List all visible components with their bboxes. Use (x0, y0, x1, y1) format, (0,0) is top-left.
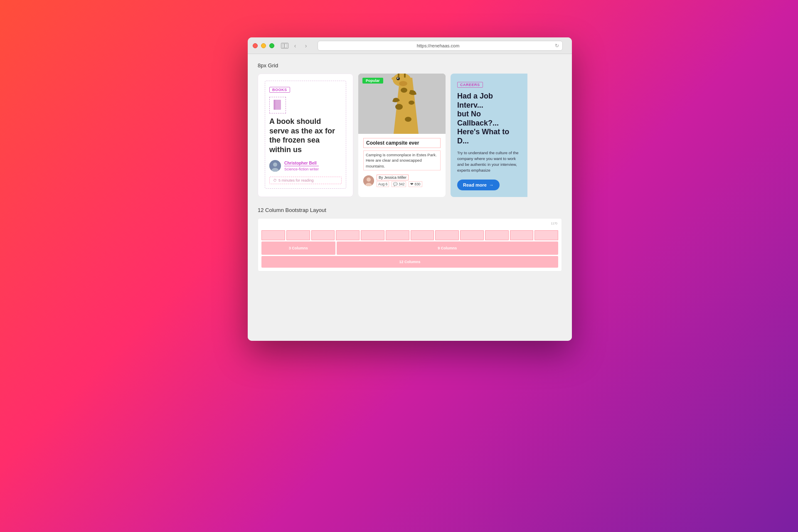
grid-3col-label: 3 Columns (261, 241, 335, 255)
reading-time: ⏱ 5 minutes for reading (269, 177, 342, 184)
careers-title: Had a Job Interv...but No Callback?...He… (457, 92, 521, 146)
camping-title-box: Coolest campsite ever (363, 138, 441, 148)
camping-stats: Aug 6 💬 342 ❤ 830 (377, 181, 422, 187)
comments-count: 342 (399, 182, 404, 186)
read-more-arrow: → (489, 182, 494, 187)
svg-point-16 (392, 77, 397, 80)
close-button[interactable] (253, 43, 258, 48)
read-more-button[interactable]: Read more → (457, 180, 500, 190)
cards-row: BOOKS A book should serve as the ax for … (258, 74, 562, 197)
camping-avatar (363, 175, 374, 186)
careers-tag: CAREERS (457, 82, 483, 88)
browser-controls: ‹ › (281, 42, 310, 50)
grid-col-5 (361, 230, 384, 240)
forward-button[interactable]: › (302, 42, 310, 50)
window-icon (281, 43, 288, 49)
svg-point-10 (401, 88, 407, 93)
book-icon-placeholder (269, 97, 286, 113)
card-careers: CAREERS Had a Job Interv...but No Callba… (451, 74, 527, 197)
browser-content: 8px Grid BOOKS A book should serve as th… (248, 54, 572, 341)
browser-titlebar: ‹ › https://renehaas.com ↻ (248, 37, 572, 54)
svg-rect-0 (282, 44, 284, 48)
camping-description: Camping is commonplace in Estes Park. He… (363, 150, 441, 170)
fullscreen-button[interactable] (269, 43, 274, 48)
card-camping: Popular Coolest campsite ever Camping is… (358, 74, 446, 197)
camping-author-name: By Jessica Miller (377, 175, 409, 180)
grid-12col-label: 12 Columns (261, 256, 558, 268)
svg-rect-22 (404, 74, 406, 78)
popular-badge: Popular (362, 78, 383, 84)
book-title: A book should serve as the ax for the fr… (269, 117, 342, 154)
camping-author-row: By Jessica Miller Aug 6 💬 342 ❤ 830 (363, 175, 441, 187)
grid-columns-row (261, 230, 558, 240)
grid-col-8 (435, 230, 459, 240)
grid-col-4 (336, 230, 360, 240)
bootstrap-section: 12 Column Bootstrap Layout 1170 (258, 207, 562, 271)
books-tag: BOOKS (269, 87, 290, 93)
grid-col-10 (485, 230, 509, 240)
svg-rect-1 (284, 44, 287, 48)
grid-3-9-row: 3 Columns 9 Columns (261, 241, 558, 255)
address-bar[interactable]: https://renehaas.com ↻ (318, 41, 563, 51)
url-text: https://renehaas.com (321, 43, 555, 48)
svg-point-12 (395, 104, 403, 110)
camping-image: Popular (358, 74, 446, 134)
card-books: BOOKS A book should serve as the ax for … (258, 74, 353, 197)
likes-stat: ❤ 830 (409, 181, 422, 187)
comments-stat: 💬 342 (392, 181, 406, 187)
svg-point-5 (273, 163, 277, 167)
grid-col-3 (311, 230, 335, 240)
date-stat: Aug 6 (377, 181, 389, 187)
ruler-value: 1170 (551, 222, 557, 225)
bootstrap-grid: 1170 (258, 218, 562, 271)
back-button[interactable]: ‹ (291, 42, 299, 50)
camping-author-meta: By Jessica Miller Aug 6 💬 342 ❤ 830 (377, 175, 422, 187)
browser-window: ‹ › https://renehaas.com ↻ 8px Grid BOOK… (248, 37, 572, 341)
reading-time-text: 5 minutes for reading (278, 178, 314, 182)
author-row: Christopher Bell Science-fiction writer (269, 160, 342, 172)
minimize-button[interactable] (261, 43, 266, 48)
grid-col-7 (411, 230, 434, 240)
grid-col-11 (510, 230, 534, 240)
svg-point-18 (397, 78, 399, 79)
author-role: Science-fiction writer (284, 167, 319, 171)
likes-count: 830 (414, 182, 420, 186)
grid-col-9 (460, 230, 484, 240)
section2-title: 12 Column Bootstrap Layout (258, 207, 562, 213)
camping-body: Coolest campsite ever Camping is commonp… (358, 134, 446, 191)
svg-point-20 (399, 81, 407, 86)
grid-9col-label: 9 Columns (337, 241, 558, 255)
likes-icon: ❤ (410, 182, 414, 186)
books-inner: BOOKS A book should serve as the ax for … (265, 81, 346, 189)
grid-col-6 (386, 230, 409, 240)
careers-description: Try to understand the culture of the com… (457, 150, 521, 174)
grid-col-2 (286, 230, 310, 240)
grid-col-1 (261, 230, 285, 240)
author-avatar (269, 160, 281, 172)
svg-rect-21 (398, 74, 399, 78)
svg-point-13 (405, 117, 411, 122)
comments-icon: 💬 (393, 182, 398, 186)
grid-ruler: 1170 (261, 222, 558, 229)
svg-point-11 (409, 101, 414, 105)
section1-title: 8px Grid (258, 62, 562, 69)
author-info: Christopher Bell Science-fiction writer (284, 161, 319, 171)
reload-icon[interactable]: ↻ (555, 43, 559, 49)
camping-title: Coolest campsite ever (366, 140, 438, 146)
grid-col-12 (534, 230, 558, 240)
read-more-label: Read more (463, 182, 487, 187)
author-name: Christopher Bell (284, 161, 319, 166)
svg-point-24 (367, 177, 371, 182)
